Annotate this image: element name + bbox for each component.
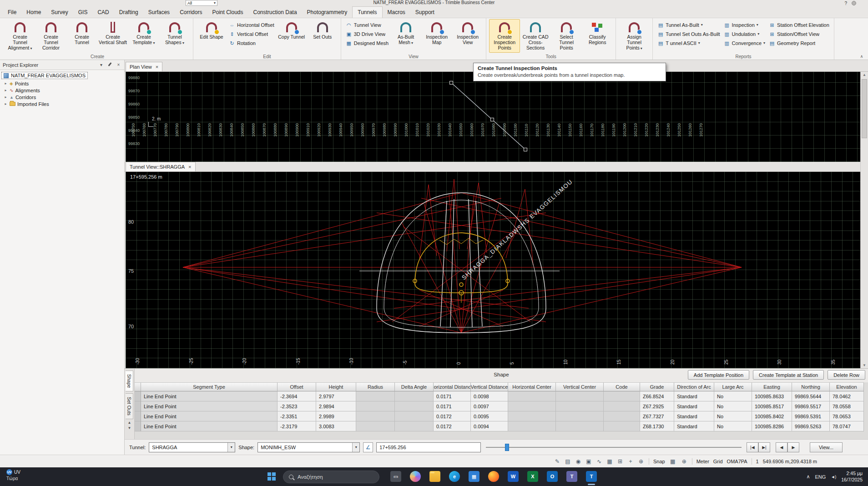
cell-elevation[interactable]: 78.0558 — [830, 401, 864, 411]
tunnel-view-button[interactable]: ◠Tunnel View — [344, 20, 390, 29]
globe-projection-icon[interactable]: ⊕ — [681, 458, 688, 465]
column-header-elevation[interactable]: Elevation — [830, 382, 864, 391]
as-built-mesh-button[interactable]: As-Built Mesh ▾ — [390, 19, 421, 53]
edit-shape-button[interactable]: Edit Shape — [196, 19, 227, 53]
cell-elevation[interactable]: 78.0653 — [830, 411, 864, 421]
set-outs-button[interactable]: Set Outs — [307, 19, 338, 53]
add-template-position-button[interactable]: Add Template Position — [688, 370, 749, 380]
cell-easting[interactable]: 100985.8517 — [752, 401, 792, 411]
column-header-horizontal-center[interactable]: Horizontal Center — [508, 382, 556, 391]
app-firefox[interactable] — [488, 471, 499, 482]
create-template-button[interactable]: Create Template ▾ — [128, 19, 159, 53]
user-account-icon[interactable] — [852, 1, 856, 5]
menu-tab-construction-data[interactable]: Construction Data — [248, 6, 302, 18]
expand-icon[interactable]: ▸ — [4, 81, 8, 85]
tunnel-set-outs-as-built-button[interactable]: ▤Tunnel Set Outs As-Built — [656, 30, 722, 38]
cell-easting[interactable]: 100985.8633 — [752, 391, 792, 401]
create-inspection-points-button[interactable]: Create Inspection Points — [489, 19, 520, 53]
snap-mode-label[interactable]: Snap — [653, 459, 665, 464]
menu-tab-corridors[interactable]: Corridors — [175, 6, 207, 18]
app-excel[interactable]: X — [527, 471, 538, 482]
station-offset-elevation-button[interactable]: ⊞Station Offset Elevation — [767, 20, 831, 29]
menu-tab-point-clouds[interactable]: Point Clouds — [207, 6, 248, 18]
cell-horizontal-distance[interactable]: 0.0171 — [434, 401, 471, 411]
column-header-northing[interactable]: Northing — [792, 382, 830, 391]
create-tunnel-corridor-button[interactable]: Create Tunnel Corridor — [35, 19, 66, 53]
expand-icon[interactable]: ▸ — [4, 95, 8, 99]
row-selector[interactable] — [135, 391, 141, 401]
assign-tunnel-points-button[interactable]: Assign Tunnel Points ▾ — [619, 19, 650, 53]
menu-tab-survey[interactable]: Survey — [46, 6, 73, 18]
undulation-button[interactable]: ▥Undulation▾ — [722, 30, 767, 38]
close-icon[interactable]: × — [116, 62, 121, 67]
profile-chart-icon[interactable]: ∿ — [595, 458, 603, 465]
widgets-button[interactable]: UV UV Τώρα — [6, 469, 20, 481]
cell-northing[interactable]: 99869.5644 — [792, 391, 830, 401]
delete-row-button[interactable]: Delete Row — [828, 370, 865, 380]
cell-height[interactable]: 2.9894 — [316, 401, 356, 411]
ribbon-collapse-button[interactable]: ∧ — [858, 54, 865, 59]
expand-icon[interactable]: ▸ — [4, 102, 8, 106]
scroll-up-icon[interactable]: ▲ — [861, 73, 868, 77]
column-header-vertical-center[interactable]: Vertical Center — [556, 382, 604, 391]
close-icon[interactable]: × — [188, 164, 191, 170]
column-header-segment-type[interactable]: Segment Type — [141, 382, 278, 391]
menu-tab-tunnels[interactable]: Tunnels — [352, 6, 382, 18]
create-vertical-shaft-button[interactable]: Create Vertical Shaft — [97, 19, 128, 53]
column-header-large-arc[interactable]: Large Arc — [714, 382, 752, 391]
cell-grade[interactable]: Z68.1730 — [640, 421, 674, 431]
cell-vertical-center[interactable] — [556, 421, 604, 431]
row-selector[interactable] — [135, 421, 141, 431]
go-first-station-button[interactable]: |◀ — [747, 442, 758, 452]
menu-tab-macros[interactable]: Macros — [383, 6, 410, 18]
create-cad-cross-sections-button[interactable]: Create CAD Cross-Sections — [520, 19, 551, 53]
cell-code[interactable] — [604, 411, 640, 421]
designed-mesh-button[interactable]: ▦Designed Mesh — [344, 39, 390, 47]
menu-tab-photogrammetry[interactable]: Photogrammetry — [302, 6, 353, 18]
cell-large-arc[interactable]: No — [714, 411, 752, 421]
app-edge[interactable]: e — [449, 471, 460, 482]
cell-horizontal-center[interactable] — [508, 391, 556, 401]
cell-grade[interactable]: Z66.8524 — [640, 391, 674, 401]
mesh-toggle-icon[interactable]: ▦ — [606, 458, 613, 465]
projection-indicator[interactable]: OMA7PA — [727, 459, 747, 464]
cell-segment-type[interactable]: Line End Point — [141, 401, 278, 411]
cell-radius[interactable] — [356, 421, 395, 431]
tree-item-corridors[interactable]: ▸▲Corridors — [1, 94, 123, 100]
app-outlook[interactable]: O — [547, 471, 558, 482]
cell-easting[interactable]: 100985.8286 — [752, 421, 792, 431]
tunnel-shapes-button[interactable]: Tunnel Shapes ▾ — [159, 19, 190, 53]
volume-icon[interactable]: ◄) — [831, 475, 836, 479]
cell-horizontal-center[interactable] — [508, 411, 556, 421]
tray-expand-icon[interactable]: ∧ — [806, 474, 810, 480]
tunnel-view-canvas[interactable]: 17+595.256 m 807570 -30-25-20-15-10-5051… — [126, 172, 860, 368]
cell-horizontal-distance[interactable]: 0.0172 — [434, 421, 471, 431]
cell-northing[interactable]: 99869.5391 — [792, 411, 830, 421]
scroll-down-icon[interactable]: ▼ — [861, 363, 868, 367]
cell-direction-of-arc[interactable]: Standard — [674, 421, 714, 431]
app-file-explorer[interactable] — [429, 471, 440, 482]
cell-code[interactable] — [604, 421, 640, 431]
cell-segment-type[interactable]: Line End Point — [141, 391, 278, 401]
horizontal-offset-button[interactable]: ⇔Horizontal Offset — [227, 20, 276, 29]
create-template-at-station-button[interactable]: Create Template at Station — [753, 370, 824, 380]
column-header-direction-of-arc[interactable]: Direction of Arc — [674, 382, 714, 391]
cell-offset[interactable]: -2.3351 — [278, 411, 316, 421]
cell-radius[interactable] — [356, 401, 395, 411]
cell-radius[interactable] — [356, 411, 395, 421]
column-header-height[interactable]: Height — [316, 382, 356, 391]
chevron-down-icon[interactable]: ▾ — [98, 62, 104, 67]
column-header-easting[interactable]: Easting — [752, 382, 792, 391]
menu-tab-drafting[interactable]: Drafting — [114, 6, 143, 18]
convergence-button[interactable]: ▥Convergence▾ — [722, 39, 767, 47]
column-header-radius[interactable]: Radius — [356, 382, 395, 391]
help-icon[interactable]: ? — [844, 1, 847, 6]
layers-icon[interactable]: ▤ — [564, 458, 571, 465]
taskbar-search[interactable]: Αναζήτηση — [283, 471, 379, 483]
cell-vertical-distance[interactable]: 0.0098 — [471, 391, 508, 401]
inspection-view-button[interactable]: Inspection View — [452, 19, 483, 53]
expand-icon[interactable]: ▸ — [4, 88, 8, 92]
cell-vertical-center[interactable] — [556, 401, 604, 411]
cell-grade[interactable]: Z67.2925 — [640, 401, 674, 411]
visibility-icon[interactable]: ◉ — [575, 458, 582, 465]
